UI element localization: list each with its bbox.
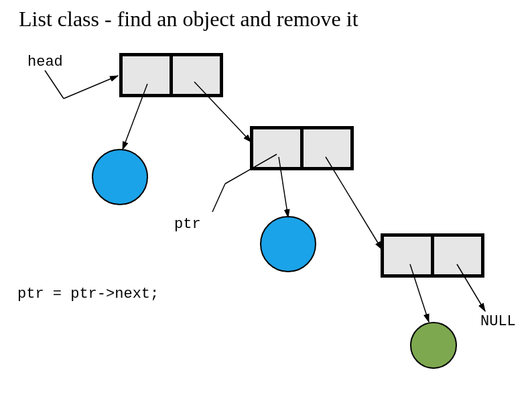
arrow-head-to-node1 [64,76,118,99]
label-code: ptr = ptr->next; [17,286,159,302]
arrow-head-bend [45,70,64,99]
arrow-node2-next [326,157,382,249]
list-node-2 [250,126,354,170]
arrow-ptr-bend [212,184,225,212]
list-node-1 [119,53,223,97]
node-cell-data [253,129,300,167]
data-circle-2 [260,216,316,272]
list-node-3 [381,233,484,278]
node-cell-next [434,237,481,274]
label-ptr: ptr [174,216,201,233]
node-cell-next [304,129,350,167]
node-cell-next [173,56,220,94]
label-null: NULL [480,313,516,330]
node-cell-data [123,56,170,94]
data-circle-1 [92,149,148,205]
node-cell-data [384,237,431,274]
label-head: head [27,54,63,70]
data-circle-3 [410,322,457,369]
page-title: List class - find an object and remove i… [19,7,358,32]
